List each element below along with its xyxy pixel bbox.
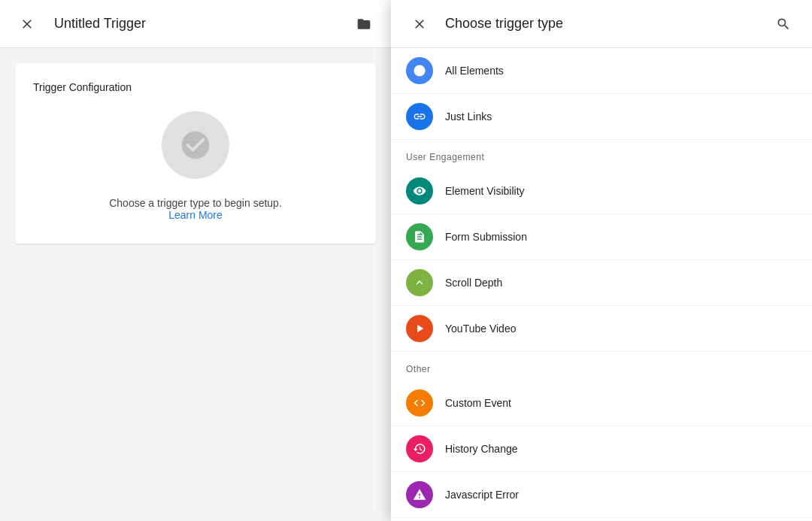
list-item[interactable]: Javascript Error	[391, 472, 812, 518]
trigger-config-card: Trigger Configuration Choose a trigger t…	[15, 63, 376, 244]
javascript-error-icon	[406, 481, 433, 508]
trigger-name: Javascript Error	[445, 489, 519, 501]
trigger-name: Element Visibility	[445, 185, 525, 197]
placeholder-icon	[162, 111, 229, 179]
content-area: Trigger Configuration Choose a trigger t…	[0, 48, 391, 521]
slide-search-button[interactable]	[770, 11, 797, 38]
trigger-name: Scroll Depth	[445, 277, 502, 289]
form-submission-icon	[406, 223, 433, 250]
trigger-name: YouTube Video	[445, 323, 516, 335]
card-title: Trigger Configuration	[33, 81, 132, 93]
youtube-video-icon	[406, 315, 433, 342]
section-label-other: Other	[391, 352, 812, 380]
trigger-name: All Elements	[445, 65, 504, 77]
trigger-name: History Change	[445, 443, 518, 455]
trigger-name: Form Submission	[445, 231, 527, 243]
list-item[interactable]: Just Links	[391, 94, 812, 140]
top-bar: Untitled Trigger	[0, 0, 391, 48]
slide-panel: Choose trigger type All Elements Just Li…	[391, 0, 812, 521]
scroll-depth-icon	[406, 269, 433, 296]
list-item[interactable]: Element Visibility	[391, 168, 812, 214]
list-item[interactable]: Custom Event	[391, 380, 812, 426]
learn-more-link[interactable]: Learn More	[168, 209, 223, 221]
list-item[interactable]: YouTube Video	[391, 306, 812, 352]
choose-text: Choose a trigger type to begin setup. Le…	[109, 197, 282, 221]
slide-close-button[interactable]	[406, 11, 433, 38]
main-panel: Untitled Trigger Trigger Configuration C…	[0, 0, 391, 521]
list-item[interactable]: Timer	[391, 518, 812, 521]
slide-content[interactable]: All Elements Just Links User Engagement …	[391, 48, 812, 521]
folder-button[interactable]	[349, 9, 379, 39]
trigger-name: Just Links	[445, 111, 492, 123]
element-visibility-icon	[406, 177, 433, 204]
close-button[interactable]	[12, 9, 42, 39]
section-label-user-engagement: User Engagement	[391, 140, 812, 168]
history-change-icon	[406, 435, 433, 462]
custom-event-icon	[406, 389, 433, 416]
slide-title: Choose trigger type	[445, 16, 770, 32]
trigger-name: Custom Event	[445, 397, 511, 409]
slide-header: Choose trigger type	[391, 0, 812, 48]
list-item[interactable]: Scroll Depth	[391, 260, 812, 306]
list-item[interactable]: History Change	[391, 426, 812, 472]
just-links-icon	[406, 103, 433, 130]
page-title: Untitled Trigger	[54, 16, 337, 32]
list-item[interactable]: Form Submission	[391, 214, 812, 260]
all-elements-icon	[406, 57, 433, 84]
list-item[interactable]: All Elements	[391, 48, 812, 94]
